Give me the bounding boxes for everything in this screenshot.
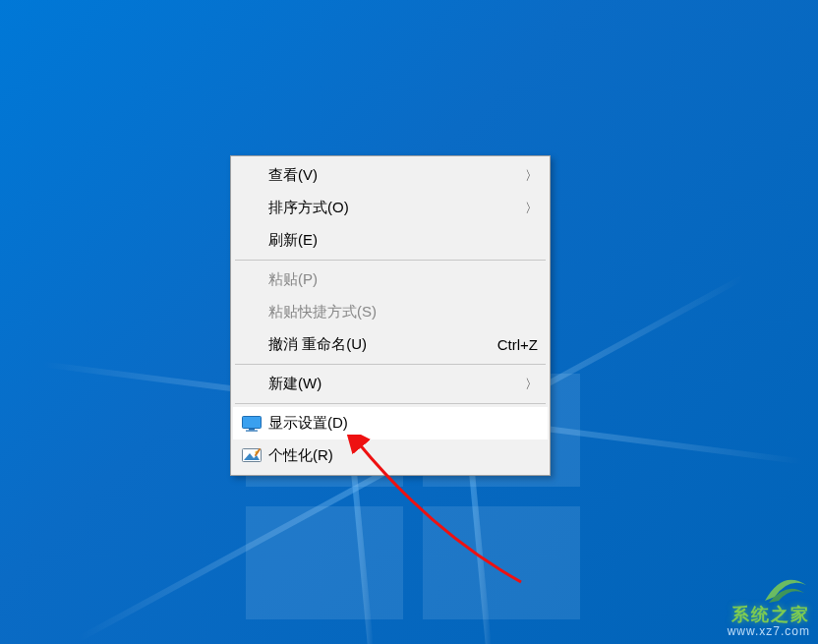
blank-icon — [241, 269, 263, 291]
menu-item-refresh[interactable]: 刷新(E) — [233, 224, 548, 257]
svg-rect-8 — [243, 416, 262, 428]
blank-icon — [241, 230, 263, 252]
menu-item-paste: 粘贴(P) — [233, 263, 548, 296]
blank-icon — [241, 165, 263, 187]
menu-item-new[interactable]: 新建(W) 〉 — [233, 368, 548, 400]
blank-icon — [241, 198, 263, 219]
watermark-swirl-icon — [759, 567, 810, 607]
watermark-title: 系统之家 — [731, 603, 810, 626]
menu-item-label: 粘贴(P) — [268, 270, 538, 289]
desktop-background[interactable]: 查看(V) 〉 排序方式(O) 〉 刷新(E) 粘贴(P) 粘贴快捷方式(S) … — [0, 0, 818, 644]
menu-item-paste-shortcut: 粘贴快捷方式(S) — [233, 296, 548, 328]
blank-icon — [241, 374, 263, 395]
chevron-right-icon: 〉 — [522, 167, 538, 185]
menu-item-shortcut: Ctrl+Z — [497, 336, 538, 353]
menu-item-undo-rename[interactable]: 撤消 重命名(U) Ctrl+Z — [233, 328, 548, 361]
menu-item-view[interactable]: 查看(V) 〉 — [233, 159, 548, 192]
svg-rect-6 — [246, 506, 403, 619]
watermark: 系统之家 www.xz7.com — [728, 567, 810, 638]
desktop-context-menu: 查看(V) 〉 排序方式(O) 〉 刷新(E) 粘贴(P) 粘贴快捷方式(S) … — [230, 155, 551, 476]
menu-separator — [235, 260, 546, 261]
menu-item-label: 刷新(E) — [268, 231, 538, 250]
chevron-right-icon: 〉 — [522, 376, 538, 393]
menu-item-label: 显示设置(D) — [268, 414, 538, 433]
menu-item-display-settings[interactable]: 显示设置(D) — [233, 407, 548, 439]
menu-item-label: 查看(V) — [268, 166, 522, 185]
menu-item-personalize[interactable]: 个性化(R) — [233, 439, 548, 472]
monitor-icon — [241, 413, 263, 435]
blank-icon — [241, 334, 263, 356]
menu-item-label: 排序方式(O) — [268, 199, 522, 217]
svg-rect-9 — [249, 429, 255, 431]
watermark-url: www.xz7.com — [728, 624, 810, 638]
menu-item-label: 个性化(R) — [268, 446, 538, 465]
menu-item-label: 新建(W) — [268, 375, 522, 393]
svg-rect-7 — [423, 506, 580, 619]
menu-separator — [235, 364, 546, 365]
blank-icon — [241, 302, 263, 323]
chevron-right-icon: 〉 — [522, 200, 538, 217]
menu-separator — [235, 403, 546, 404]
menu-item-label: 粘贴快捷方式(S) — [268, 303, 538, 322]
svg-rect-10 — [246, 430, 258, 431]
personalize-icon — [241, 445, 263, 467]
menu-item-label: 撤消 重命名(U) — [268, 335, 490, 354]
menu-item-sort[interactable]: 排序方式(O) 〉 — [233, 192, 548, 224]
